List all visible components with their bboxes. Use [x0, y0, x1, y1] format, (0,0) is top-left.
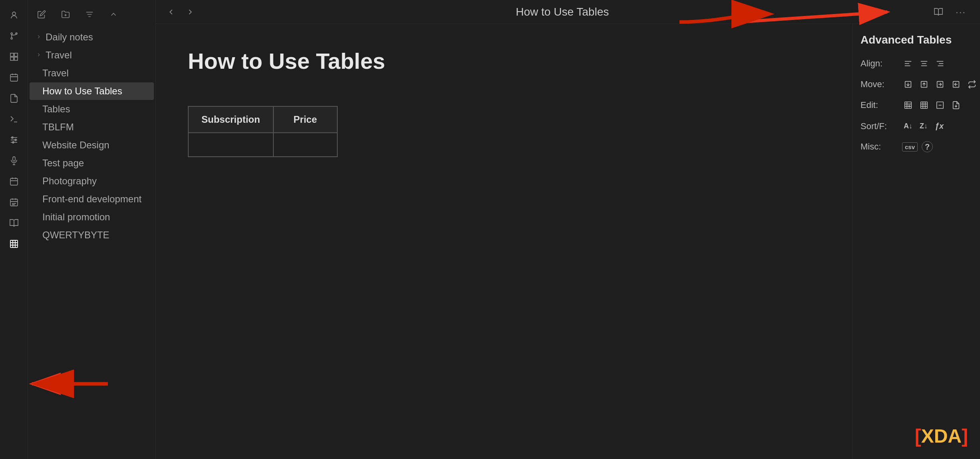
files-icon[interactable]	[5, 90, 23, 107]
topbar-title: How to Use Tables	[205, 6, 919, 18]
sort-az-button[interactable]: A↓	[902, 120, 914, 132]
sidebar-item-label-9: Front-end development	[42, 194, 141, 205]
align-center-button[interactable]	[918, 58, 930, 70]
sort-za-button[interactable]: Z↓	[918, 120, 929, 132]
align-label: Align:	[860, 58, 896, 69]
sidebar-item-label-11: QWERTYBYTE	[42, 230, 110, 241]
sidebar-item-label-6: Website Design	[42, 140, 110, 151]
align-left-button[interactable]	[902, 58, 914, 70]
more-options-button[interactable]: ···	[954, 5, 968, 19]
add-col-button[interactable]	[918, 99, 930, 111]
sliders-icon[interactable]	[5, 131, 23, 149]
svg-point-1	[11, 33, 12, 34]
edit-buttons	[902, 99, 962, 111]
new-folder-button[interactable]	[58, 7, 73, 22]
icon-sidebar	[0, 0, 28, 459]
export-button[interactable]	[950, 99, 962, 111]
table-cell	[273, 133, 337, 157]
new-note-button[interactable]	[34, 7, 49, 22]
svg-rect-40	[905, 102, 912, 109]
sidebar-item-11[interactable]: QWERTYBYTE	[30, 226, 154, 244]
sort-label: Sort/F:	[860, 121, 896, 132]
sidebar-item-label-7: Test page	[42, 158, 84, 169]
panel-sort-row: Sort/F: A↓ Z↓ ƒx	[860, 120, 972, 132]
sidebar-item-8[interactable]: Photography	[30, 172, 154, 190]
add-row-button[interactable]	[902, 99, 914, 111]
note-table: Subscription Price	[188, 106, 338, 157]
move-right-button[interactable]	[934, 78, 946, 90]
branch-icon[interactable]	[5, 27, 23, 45]
misc-buttons: csv ?	[902, 141, 933, 152]
calendar-small-icon[interactable]	[5, 69, 23, 86]
svg-point-3	[11, 38, 12, 39]
panel-move-row: Move:	[860, 78, 972, 90]
chevron-icon	[36, 52, 42, 59]
move-up-button[interactable]	[918, 78, 930, 90]
forward-button[interactable]	[183, 5, 197, 19]
sidebar-item-label-10: Initial promotion	[42, 212, 110, 223]
svg-rect-16	[13, 157, 15, 161]
grid-icon[interactable]	[5, 48, 23, 66]
sidebar-item-5[interactable]: TBLFM	[30, 118, 154, 136]
table-header-price: Price	[273, 106, 337, 133]
sidebar-items-container: Daily notesTravelTravelHow to Use Tables…	[28, 28, 155, 244]
align-buttons	[902, 58, 946, 70]
home-icon[interactable]	[5, 6, 23, 24]
back-button[interactable]	[164, 5, 178, 19]
sidebar-item-7[interactable]: Test page	[30, 154, 154, 172]
svg-point-15	[12, 142, 14, 143]
topbar-nav	[156, 5, 205, 19]
sidebar-item-label-2: Travel	[42, 68, 69, 79]
sidebar-item-4[interactable]: Tables	[30, 100, 154, 118]
help-button[interactable]: ?	[922, 141, 933, 152]
sidebar-item-label-3: How to Use Tables	[42, 86, 122, 97]
align-right-button[interactable]	[934, 58, 946, 70]
csv-button[interactable]: csv	[902, 142, 918, 152]
sort-button[interactable]	[82, 7, 97, 22]
svg-rect-19	[10, 240, 18, 247]
topbar-title-text: How to Use Tables	[516, 6, 609, 18]
cal3-icon[interactable]	[5, 194, 23, 211]
svg-rect-6	[10, 57, 14, 60]
mic-icon[interactable]	[5, 152, 23, 170]
sidebar-item-3[interactable]: How to Use Tables	[30, 82, 154, 100]
move-buttons	[902, 78, 978, 90]
svg-rect-5	[14, 53, 18, 56]
book-sidebar-icon[interactable]	[5, 214, 23, 232]
table-row	[188, 133, 337, 157]
svg-point-0	[12, 12, 16, 15]
misc-label: Misc:	[860, 142, 896, 152]
edit-label: Edit:	[860, 100, 896, 110]
table-sidebar-icon[interactable]	[5, 235, 23, 253]
swap-button[interactable]	[966, 78, 978, 90]
panel-align-row: Align:	[860, 58, 972, 70]
content-area: How to Use Tables Subscription Price	[156, 24, 852, 459]
svg-rect-46	[921, 102, 928, 109]
sidebar-item-0[interactable]: Daily notes	[30, 28, 154, 46]
sidebar-item-10[interactable]: Initial promotion	[30, 208, 154, 226]
sidebar-item-label-0: Daily notes	[46, 32, 93, 43]
panel-misc-row: Misc: csv ?	[860, 141, 972, 152]
terminal-icon[interactable]	[5, 110, 23, 128]
move-left-button[interactable]	[950, 78, 962, 90]
sidebar-item-label-5: TBLFM	[42, 122, 74, 133]
sidebar-item-label-4: Tables	[42, 104, 70, 115]
topbar-right: ···	[919, 5, 980, 19]
delete-row-button[interactable]	[934, 99, 946, 111]
cal2-icon[interactable]	[5, 173, 23, 190]
table-header-subscription: Subscription	[188, 106, 273, 133]
book-icon-btn[interactable]	[931, 5, 946, 19]
svg-rect-4	[10, 53, 14, 56]
sidebar-item-2[interactable]: Travel	[30, 64, 154, 82]
expand-button[interactable]	[106, 7, 121, 22]
topbar: How to Use Tables ···	[156, 0, 980, 24]
svg-point-14	[15, 139, 16, 141]
sidebar-item-1[interactable]: Travel	[30, 46, 154, 64]
move-down-button[interactable]	[902, 78, 914, 90]
formula-button[interactable]: ƒx	[933, 120, 945, 132]
svg-rect-7	[14, 57, 18, 60]
sidebar-item-6[interactable]: Website Design	[30, 136, 154, 154]
sidebar-item-9[interactable]: Front-end development	[30, 190, 154, 208]
chevron-icon	[36, 34, 42, 41]
right-panel: Advanced Tables Align:	[852, 24, 980, 459]
